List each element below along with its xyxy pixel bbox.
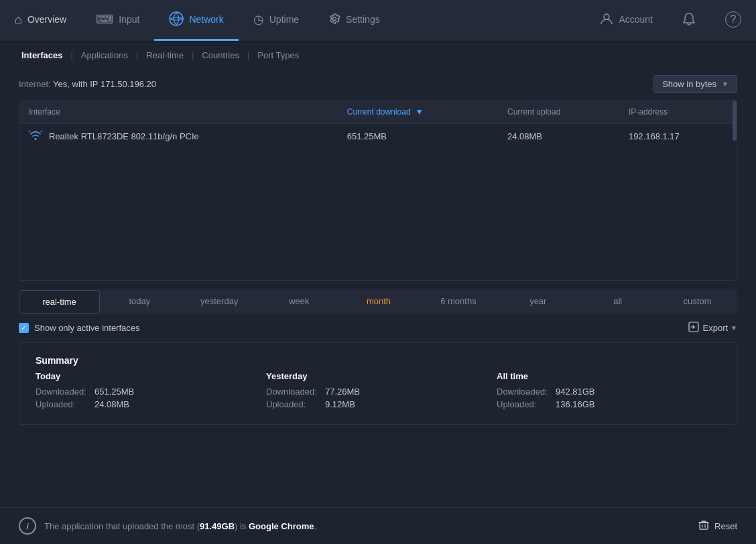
nav-input[interactable]: ⌨ Input <box>81 0 154 41</box>
info-text-before: The application that uploaded the most ( <box>44 521 200 531</box>
yesterday-uploaded-value: 9.12MB <box>325 399 355 409</box>
info-message: i The application that uploaded the most… <box>19 517 316 535</box>
info-highlight: 91.49GB <box>200 521 235 531</box>
nav-uptime-label: Uptime <box>269 14 299 25</box>
nav-input-label: Input <box>119 14 139 25</box>
sep4: | <box>247 50 249 60</box>
nav-account[interactable]: Account <box>585 0 668 41</box>
sep1: | <box>70 50 72 60</box>
col-download[interactable]: Current download ▼ <box>338 100 498 124</box>
nav-uptime[interactable]: ◷ Uptime <box>239 0 314 41</box>
yesterday-uploaded-label: Uploaded: <box>266 399 320 409</box>
cell-ip: 192.168.1.17 <box>619 124 737 149</box>
dropdown-arrow-icon: ▼ <box>722 80 729 88</box>
table-row[interactable]: Realtek RTL8723DE 802.11b/g/n PCIe 651.2… <box>19 124 737 149</box>
reset-label: Reset <box>714 521 737 531</box>
alltime-uploaded-row: Uploaded: 136.16GB <box>497 399 720 409</box>
today-uploaded-label: Uploaded: <box>36 399 89 409</box>
alltime-title: All time <box>497 371 720 381</box>
export-button[interactable]: Export <box>688 322 729 334</box>
internet-value: Yes, with IP 171.50.196.20 <box>53 79 156 89</box>
tab-year[interactable]: year <box>498 290 578 314</box>
nav-network-label: Network <box>189 14 223 25</box>
bottom-bar: i The application that uploaded the most… <box>0 507 756 544</box>
today-title: Today <box>36 371 259 381</box>
info-icon: i <box>19 517 36 535</box>
summary-alltime: All time Downloaded: 942.81GB Uploaded: … <box>497 371 720 412</box>
summary-grid: Today Downloaded: 651.25MB Uploaded: 24.… <box>36 371 720 412</box>
today-downloaded-value: 651.25MB <box>94 387 134 397</box>
nav-overview[interactable]: ⌂ Overview <box>0 0 81 41</box>
tab-today[interactable]: today <box>100 290 180 314</box>
sep2: | <box>136 50 138 60</box>
subnav-porttypes[interactable]: Port Types <box>255 49 302 62</box>
nav-settings-label: Settings <box>346 14 380 25</box>
info-text-after: ) is <box>235 521 249 531</box>
subnav-realtime[interactable]: Real-time <box>143 49 186 62</box>
scrollbar-thumb <box>733 100 737 141</box>
scrollbar[interactable] <box>733 100 737 280</box>
active-interfaces-row: ✓ Show only active interfaces Export ▼ <box>0 314 756 342</box>
nav-settings[interactable]: Settings <box>314 0 395 41</box>
tab-yesterday[interactable]: yesterday <box>180 290 259 314</box>
export-icon <box>688 322 699 334</box>
yesterday-downloaded-label: Downloaded: <box>266 387 320 397</box>
sort-icon: ▼ <box>416 107 424 117</box>
bell-icon <box>682 12 696 27</box>
subnav-interfaces[interactable]: Interfaces <box>19 49 65 62</box>
export-dropdown-icon[interactable]: ▼ <box>731 324 737 332</box>
col-ip: IP-address <box>619 100 737 124</box>
show-bytes-label: Show in bytes <box>662 79 716 89</box>
trash-icon <box>698 520 709 533</box>
tab-week[interactable]: week <box>259 290 339 314</box>
interface-name: Realtek RTL8723DE 802.11b/g/n PCIe <box>49 131 199 141</box>
tab-custom[interactable]: custom <box>657 290 737 314</box>
yesterday-title: Yesterday <box>266 371 490 381</box>
nav-notifications[interactable] <box>668 0 710 41</box>
nav-account-label: Account <box>619 14 653 25</box>
alltime-downloaded-label: Downloaded: <box>497 387 550 397</box>
sub-nav: Interfaces | Applications | Real-time | … <box>0 42 756 68</box>
alltime-downloaded-row: Downloaded: 942.81GB <box>497 387 720 397</box>
reset-button[interactable]: Reset <box>698 520 737 533</box>
info-text: The application that uploaded the most (… <box>44 521 316 531</box>
cell-interface: Realtek RTL8723DE 802.11b/g/n PCIe <box>19 124 338 149</box>
yesterday-downloaded-row: Downloaded: 77.26MB <box>266 387 490 397</box>
active-interfaces-checkbox[interactable]: ✓ <box>19 323 29 333</box>
svg-rect-3 <box>700 523 708 529</box>
tab-realtime[interactable]: real-time <box>19 290 100 314</box>
info-app: Google Chrome <box>249 521 314 531</box>
keyboard-icon: ⌨ <box>96 13 113 25</box>
wifi-icon <box>29 131 42 142</box>
show-bytes-button[interactable]: Show in bytes ▼ <box>653 75 737 93</box>
col-interface: Interface <box>19 100 338 124</box>
tab-all[interactable]: all <box>578 290 657 314</box>
alltime-uploaded-label: Uploaded: <box>497 399 550 409</box>
nav-help[interactable]: ? <box>710 0 756 41</box>
subnav-applications[interactable]: Applications <box>78 49 131 62</box>
sep3: | <box>192 50 194 60</box>
tab-6months[interactable]: 6 months <box>418 290 498 314</box>
yesterday-uploaded-row: Uploaded: 9.12MB <box>266 399 490 409</box>
svg-point-0 <box>170 12 183 25</box>
today-uploaded-row: Uploaded: 24.08MB <box>36 399 259 409</box>
summary-title: Summary <box>36 355 720 366</box>
time-tabs: real-time today yesterday week month 6 m… <box>19 290 737 314</box>
active-interfaces-checkbox-label[interactable]: ✓ Show only active interfaces <box>19 323 140 333</box>
today-downloaded-label: Downloaded: <box>36 387 89 397</box>
cell-upload: 24.08MB <box>498 124 619 149</box>
col-upload: Current upload <box>498 100 619 124</box>
summary-box: Summary Today Downloaded: 651.25MB Uploa… <box>19 342 737 425</box>
active-interfaces-label: Show only active interfaces <box>34 323 140 333</box>
alltime-uploaded-value: 136.16GB <box>556 399 595 409</box>
summary-today: Today Downloaded: 651.25MB Uploaded: 24.… <box>36 371 259 412</box>
tab-month[interactable]: month <box>339 290 419 314</box>
home-icon: ⌂ <box>15 13 22 25</box>
top-nav: ⌂ Overview ⌨ Input Network ◷ Uptime S <box>0 0 756 42</box>
nav-right-section: Account ? <box>585 0 756 41</box>
toolbar: Internet: Yes, with IP 171.50.196.20 Sho… <box>0 68 756 100</box>
subnav-countries[interactable]: Countries <box>199 49 242 62</box>
clock-icon: ◷ <box>253 13 264 25</box>
nav-network[interactable]: Network <box>154 0 238 41</box>
help-icon: ? <box>725 11 741 27</box>
